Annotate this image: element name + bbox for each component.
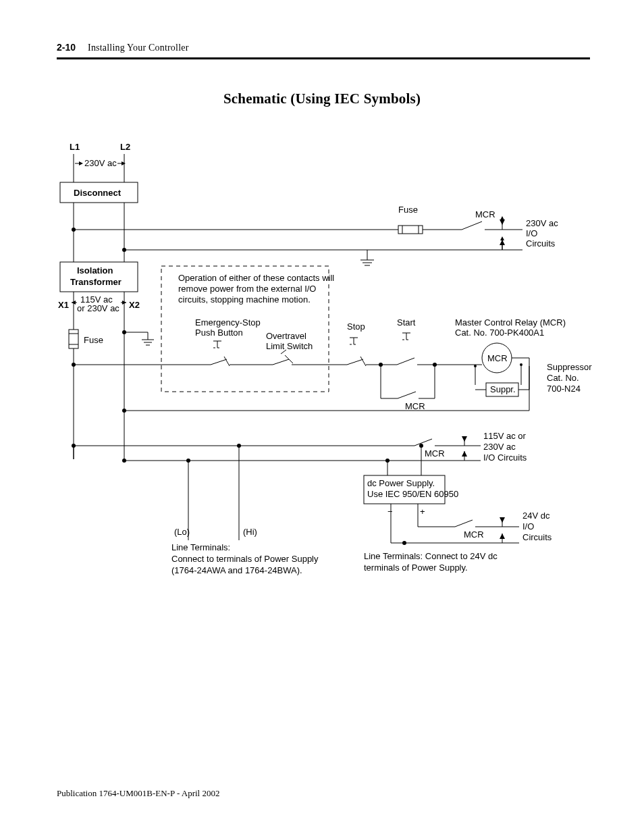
iso-1: Isolation — [77, 265, 113, 276]
io115-3: I/O Circuits — [483, 452, 527, 463]
svg-point-98 — [122, 459, 126, 463]
svg-line-54 — [285, 355, 293, 363]
suppressor-2: Cat. No. — [547, 373, 579, 383]
lineterm-3: (1764-24AWA and 1764-24BWA). — [171, 565, 302, 575]
mcr-relay-2: Cat. No. 700-PK400A1 — [455, 328, 544, 338]
suppr: Suppr. — [490, 384, 516, 394]
suppressor-1: Suppressor — [547, 362, 592, 372]
l2-label: L2 — [120, 142, 130, 152]
io115-2: 230V ac — [483, 442, 516, 452]
svg-line-49 — [211, 359, 227, 365]
svg-line-14 — [462, 221, 482, 230]
io230-2: I/O — [526, 228, 537, 238]
lo-label: (Lo) — [174, 527, 190, 537]
mcr-coil: MCR — [487, 353, 508, 363]
lineterm-1: Line Terminals: — [171, 542, 230, 552]
dcps-2: Use IEC 950/EN 60950 — [367, 489, 458, 499]
svg-point-120 — [402, 541, 406, 545]
io24-3: Circuits — [522, 532, 552, 542]
schematic-diagram: L1 L2 230V ac Disconnect Fuse MCR 230V a… — [57, 142, 597, 588]
fuse-top-label: Fuse — [398, 205, 418, 215]
svg-point-78 — [520, 363, 522, 366]
io24-1: 24V dc — [522, 511, 550, 521]
svg-line-93 — [414, 439, 432, 446]
page-header: 2-10 Installing Your Controller — [57, 42, 590, 59]
plus: + — [420, 506, 425, 517]
svg-line-85 — [398, 392, 416, 398]
lineterm24-1: Line Terminals: Connect to 24V dc — [364, 551, 498, 561]
svg-rect-9 — [398, 226, 423, 234]
overtravel-1: Overtravel — [266, 331, 306, 341]
page-number: 2-10 — [57, 42, 76, 53]
svg-line-68 — [397, 358, 414, 365]
mcr-aux: MCR — [405, 401, 425, 411]
minus: − — [387, 506, 393, 517]
overtravel-2: Limit Switch — [266, 341, 313, 351]
lineterm24-2: terminals of Power Supply. — [364, 563, 468, 573]
iso-2: Transformer — [70, 277, 122, 287]
start-label: Start — [397, 317, 416, 328]
estop-2: Push Button — [195, 328, 243, 338]
v230-label: 230V ac — [84, 158, 117, 168]
mcr-relay-1: Master Control Relay (MCR) — [455, 317, 566, 328]
schematic-title: Schematic (Using IEC Symbols) — [0, 90, 644, 107]
note-1: Operation of either of these contacts wi… — [178, 273, 334, 283]
estop-1: Emergency-Stop — [195, 317, 261, 328]
fuse-left: Fuse — [84, 335, 103, 345]
io115-1: 115V ac or — [483, 431, 527, 441]
svg-line-60 — [347, 359, 363, 365]
hi-label: (Hi) — [243, 527, 257, 537]
suppressor-3: 700-N24 — [547, 384, 581, 394]
disconnect-label: Disconnect — [74, 188, 122, 198]
lineterm-2: Connect to terminals of Power Supply — [171, 554, 319, 564]
svg-line-53 — [273, 359, 289, 365]
io24-2: I/O — [522, 521, 534, 531]
svg-point-109 — [419, 444, 423, 448]
dcps-1: dc Power Supply. — [367, 478, 435, 488]
mcr-top-label: MCR — [475, 209, 495, 219]
l1-label: L1 — [70, 142, 80, 152]
io230-1: 230V ac — [526, 218, 558, 228]
x2-label: X2 — [129, 300, 140, 310]
svg-line-113 — [455, 520, 473, 527]
publication-footer: Publication 1764-UM001B-EN-P - April 200… — [57, 788, 219, 799]
mcr-mid: MCR — [425, 448, 445, 459]
svg-point-77 — [474, 365, 477, 367]
note-2: remove power from the external I/O — [178, 284, 316, 294]
section-title: Installing Your Controller — [88, 43, 188, 53]
svg-line-61 — [360, 357, 366, 366]
v115-2: or 230V ac — [77, 303, 119, 313]
note-3: circuits, stopping machine motion. — [178, 294, 311, 305]
io230-3: Circuits — [526, 238, 556, 249]
svg-rect-32 — [69, 330, 78, 348]
stop-label: Stop — [347, 321, 365, 332]
x1-label: X1 — [58, 300, 69, 310]
svg-point-108 — [385, 459, 390, 463]
mcr-bot: MCR — [464, 529, 484, 540]
svg-line-50 — [224, 357, 230, 366]
